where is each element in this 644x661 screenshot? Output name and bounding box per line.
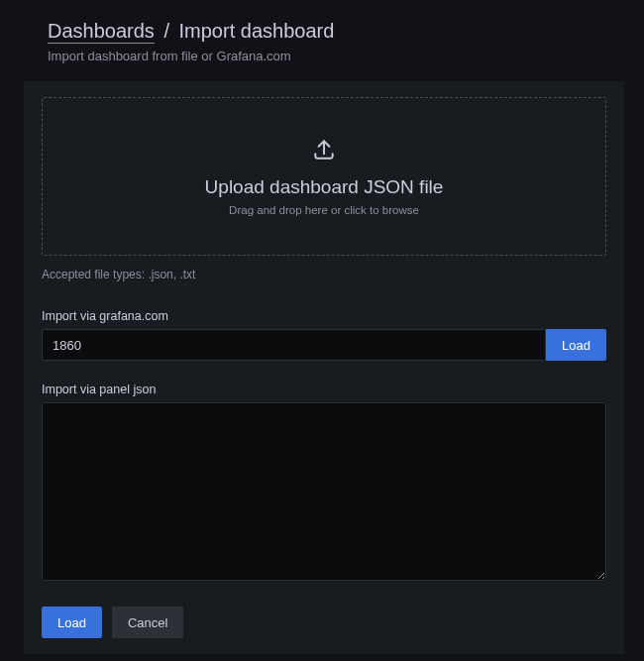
- grafana-import-group: Import via grafana.com Load: [42, 309, 606, 361]
- breadcrumb-current: Import dashboard: [179, 20, 335, 42]
- grafana-import-input[interactable]: [42, 329, 546, 361]
- grafana-load-button[interactable]: Load: [546, 329, 606, 361]
- dropzone-subtitle: Drag and drop here or click to browse: [229, 204, 419, 216]
- page-header: Dashboards / Import dashboard Import das…: [48, 20, 620, 63]
- grafana-import-label: Import via grafana.com: [42, 309, 606, 323]
- upload-icon: [311, 137, 337, 166]
- upload-dropzone[interactable]: Upload dashboard JSON file Drag and drop…: [42, 97, 606, 256]
- dropzone-title: Upload dashboard JSON file: [205, 176, 444, 198]
- json-import-group: Import via panel json: [42, 383, 606, 585]
- breadcrumb: Dashboards / Import dashboard: [48, 20, 620, 43]
- page-subtitle: Import dashboard from file or Grafana.co…: [48, 49, 620, 63]
- json-import-textarea[interactable]: [42, 402, 606, 581]
- accepted-file-types: Accepted file types: .json, .txt: [42, 268, 606, 281]
- json-import-label: Import via panel json: [42, 383, 606, 396]
- content-panel: Upload dashboard JSON file Drag and drop…: [24, 81, 624, 654]
- load-button[interactable]: Load: [42, 606, 102, 638]
- cancel-button[interactable]: Cancel: [112, 606, 183, 638]
- breadcrumb-separator: /: [163, 20, 169, 42]
- action-buttons: Load Cancel: [42, 606, 606, 638]
- breadcrumb-root-link[interactable]: Dashboards: [48, 20, 155, 44]
